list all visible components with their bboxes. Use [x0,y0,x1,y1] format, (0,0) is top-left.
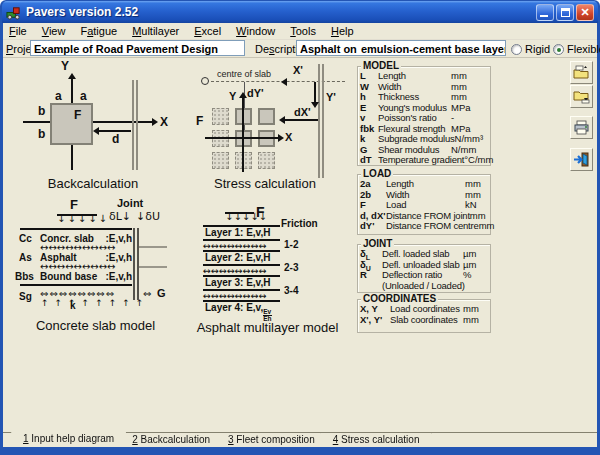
save-project-button[interactable] [570,85,593,108]
minimize-button[interactable] [536,4,554,21]
param-row: RDeflection ratio% [360,270,489,281]
y-axis-label: Y [61,60,69,72]
print-button[interactable] [570,116,593,139]
friction-label: Friction [281,219,318,229]
half-width-b-bottom: b [38,128,45,140]
layer-symbol: Cc [19,234,32,244]
stress-calculation-diagram: centre of slab X' Y' dY' dX' F Y [175,60,355,192]
radio-flexible[interactable] [553,44,564,55]
exit-door-icon [573,152,590,167]
menu-multilayer[interactable]: Multilayer [132,25,179,37]
menu-help[interactable]: Help [331,25,354,37]
x-prime-arrow [281,78,287,86]
interface-label: 2-3 [284,263,298,273]
tab-stress-calculation[interactable]: 4 Stress calculation [321,433,432,447]
unloaded-slab-line [139,266,167,268]
maximize-icon [561,8,570,17]
menu-excel[interactable]: Excel [194,25,221,37]
menu-file[interactable]: File [9,25,27,37]
tab-backcalculation[interactable]: 2 Backcalculation [120,433,222,447]
shear-spring: ⇔ [143,289,151,299]
backcalculation-caption: Backcalculation [13,176,173,191]
joint-panel: JOINT δLDefl. loaded slabµm δUDefl. unlo… [357,244,491,293]
load-panel: LOAD 2aLengthmm 2bWidthmm FLoadkN d, dX'… [357,174,491,235]
load-arrows: ↓↓↓↓↓ [57,214,109,224]
param-row: dY'Distance FROM centremm [360,221,489,232]
y-axis-label: Y [229,91,236,102]
unloaded-slab-line [139,246,167,248]
subgrade-up-arrows: ↑↑↑↑↑↑↑↑ [41,299,149,308]
app-window: Pavers version 2.52 ✕ File View Fatigue … [0,0,600,455]
layer-label: Layer 3: E,v,H [205,278,270,288]
force-label: F [256,205,265,219]
concrete-slab-model-diagram: F ↓↓↓↓↓ Joint δL↓ ↓δU Cc Concr. slab:E,v… [13,198,178,335]
menubar: File View Fatigue Multilayer Excel Windo… [3,23,597,40]
tab-input-help-diagram[interactable]: 1 Input help diagram [11,432,126,447]
exit-button[interactable] [570,148,593,171]
open-folder-icon [573,65,590,80]
layer-label: Layer 1: E,v,H [205,228,270,238]
slab-surface-line [20,228,132,230]
minimize-icon [540,15,548,17]
description-input[interactable]: Asphalt on emulsion-cement base layer [296,40,506,56]
open-project-button[interactable] [570,61,593,84]
interface-label: 3-4 [284,286,298,296]
project-input[interactable]: Example of Road Pavement Design [30,40,245,56]
force-label: F [74,109,81,121]
param-row: vPoisson's ratio- [360,113,489,124]
app-icon [6,5,21,20]
close-button[interactable]: ✕ [576,4,594,21]
layer-label: Layer 2: E,v,H [205,253,270,263]
x-axis-label: X [285,132,292,143]
half-length-a-right: a [80,90,87,102]
distance-d-label: d [112,133,119,145]
load-position-square [258,152,275,169]
dx-prime-label: dX' [294,107,311,118]
client-area: Y X a a b b F d Backcalculation centre o… [3,58,597,432]
asphalt-multilayer-diagram: ↓↓↓↓↓ F Friction Layer 1: E,v,H ↔↔↔↔↔↔↔↔… [180,202,355,335]
save-folder-icon [573,89,590,104]
y-prime-label: Y' [326,92,336,103]
param-row: δLDefl. loaded slabµm [360,249,489,260]
param-row: dTTemperature gradient°C/mm [360,155,489,166]
x-axis-label: X [160,116,168,128]
coordinates-panel: COORDINATES X, YLoad coordinatesmm X', Y… [357,299,491,333]
radio-rigid[interactable] [511,44,522,55]
subgrade-symbol: Sg [19,292,32,302]
dx-prime-line [284,119,318,121]
layer-row: Bound base:E,v,h [40,272,132,282]
deflection-loaded-label: δL↓ [109,211,131,222]
stress-caption: Stress calculation [175,176,355,191]
menu-view[interactable]: View [42,25,66,37]
backcalculation-diagram: Y X a a b b F d Backcalculation [13,60,173,192]
param-row: X, YLoad coordinatesmm [360,304,489,315]
param-row: hThicknessmm [360,92,489,103]
joint-line [318,64,324,178]
maximize-button[interactable] [556,4,574,21]
joint-label: Joint [117,198,143,209]
window-title: Pavers version 2.52 [26,5,534,19]
load-position-square [212,152,229,169]
interface-label: 1-2 [284,240,298,250]
y-prime-line [314,82,316,102]
half-width-b-top: b [38,105,45,117]
x-prime-label: X' [293,65,303,76]
tab-fleet-composition[interactable]: 3 Fleet composition [216,433,327,447]
joint-line [133,228,139,300]
menu-fatigue[interactable]: Fatigue [80,25,117,37]
menu-tools[interactable]: Tools [290,25,316,37]
param-row: FLoadkN [360,200,489,211]
menu-window[interactable]: Window [236,25,275,37]
param-row: (Unloaded / Loaded) [360,281,489,292]
x-axis-arrow [278,134,284,142]
model-panel: MODEL LLengthmm WWidthmm hThicknessmm EY… [357,66,491,166]
centre-of-slab-label: centre of slab [217,70,271,79]
param-row: 2aLengthmm [360,179,489,190]
form-bar: Project Example of Road Pavement Design … [3,40,597,58]
g-label: G [157,288,166,299]
load-position-square [212,108,229,125]
param-row: kSubgrade modulusN/mm³ [360,134,489,145]
dx-prime-arrow [279,116,285,124]
deflection-unloaded-label: ↓δU [136,211,160,222]
distance-d-arrow [93,127,99,135]
